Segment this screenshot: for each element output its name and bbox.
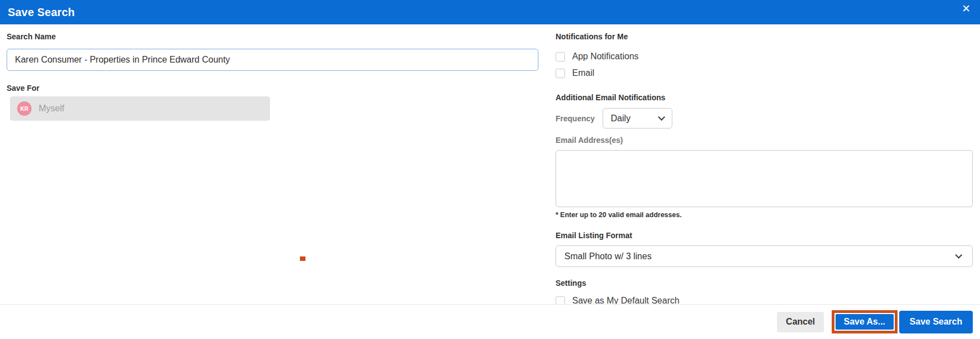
email-addresses-hint: * Enter up to 20 valid email addresses. bbox=[556, 211, 973, 219]
email-checkbox[interactable] bbox=[556, 69, 565, 78]
save-as-highlight-ring: Save As... bbox=[832, 310, 898, 333]
frequency-value: Daily bbox=[611, 114, 631, 124]
cancel-button[interactable]: Cancel bbox=[777, 312, 823, 332]
notifications-for-me-label: Notifications for Me bbox=[556, 32, 973, 42]
search-name-input[interactable] bbox=[7, 49, 538, 71]
email-addresses-label: Email Address(es) bbox=[556, 136, 973, 145]
right-column: Notifications for Me App Notifications E… bbox=[556, 32, 973, 306]
dialog-footer: Cancel Save As... Save Search bbox=[0, 304, 980, 339]
avatar: KR bbox=[17, 101, 32, 116]
app-notifications-checkbox[interactable] bbox=[556, 52, 565, 61]
additional-email-notifications-label: Additional Email Notifications bbox=[556, 93, 973, 102]
save-for-selection[interactable]: KR Myself bbox=[10, 96, 270, 121]
save-search-button[interactable]: Save Search bbox=[899, 311, 973, 333]
save-for-label: Save For bbox=[7, 84, 538, 93]
email-label: Email bbox=[572, 68, 594, 78]
chevron-down-icon bbox=[658, 114, 665, 121]
close-icon[interactable]: ✕ bbox=[959, 2, 973, 16]
app-notifications-checkbox-row[interactable]: App Notifications bbox=[556, 51, 973, 62]
dialog-title: Save Search bbox=[8, 6, 75, 19]
frequency-label: Frequency bbox=[556, 114, 595, 123]
left-column: Search Name Save For KR Myself bbox=[7, 32, 538, 121]
email-checkbox-row[interactable]: Email bbox=[556, 68, 973, 79]
dialog-header: Save Search ✕ bbox=[0, 0, 980, 24]
email-listing-format-value: Small Photo w/ 3 lines bbox=[564, 251, 651, 261]
app-notifications-label: App Notifications bbox=[572, 52, 639, 61]
annotation-marker bbox=[300, 256, 305, 261]
search-name-label: Search Name bbox=[7, 32, 538, 42]
settings-label: Settings bbox=[556, 279, 973, 288]
email-listing-format-select[interactable]: Small Photo w/ 3 lines bbox=[556, 245, 973, 267]
save-search-dialog: Save Search ✕ Search Name Save For KR My… bbox=[0, 0, 980, 339]
save-as-button[interactable]: Save As... bbox=[836, 314, 894, 330]
email-listing-format-label: Email Listing Format bbox=[556, 231, 973, 240]
save-for-value: Myself bbox=[39, 104, 64, 114]
frequency-row: Frequency Daily bbox=[556, 108, 973, 129]
frequency-select[interactable]: Daily bbox=[603, 108, 672, 129]
email-addresses-textarea[interactable] bbox=[556, 150, 973, 207]
footer-buttons: Cancel Save As... Save Search bbox=[777, 305, 973, 339]
chevron-down-icon bbox=[955, 251, 962, 259]
